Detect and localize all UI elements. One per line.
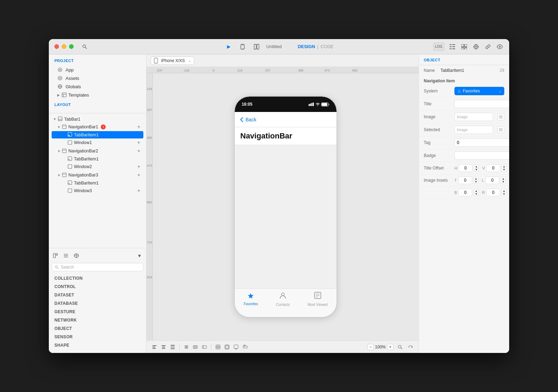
tree-node-tabbar1[interactable]: ▼ TabBar1 bbox=[52, 115, 143, 123]
align-center-tool[interactable] bbox=[160, 343, 167, 351]
title-offset-v-up[interactable]: ▲ bbox=[502, 165, 506, 168]
tree-node-navbar1[interactable]: ▼ NavigationBar1 ! + bbox=[52, 123, 143, 131]
insets-t-up[interactable]: ▲ bbox=[474, 177, 478, 180]
tree-node-window1[interactable]: Window1 + bbox=[52, 138, 143, 147]
distribute-tool[interactable] bbox=[169, 343, 176, 351]
insets-b-up[interactable]: ▲ bbox=[474, 189, 478, 193]
insets-l[interactable] bbox=[485, 176, 499, 184]
insets-t-stepper[interactable]: ▲ ▼ bbox=[474, 177, 478, 184]
tree-node-navbar3[interactable]: ▼ NavigationBar3 + bbox=[52, 171, 143, 179]
insets-l-down[interactable]: ▼ bbox=[501, 180, 506, 184]
align-left-tool[interactable] bbox=[151, 343, 158, 351]
expand-navbar2[interactable]: ▼ bbox=[57, 149, 61, 153]
title-offset-v-stepper[interactable]: ▲ ▼ bbox=[502, 165, 506, 172]
tree-node-tabbaritem1[interactable]: TabBarItem1 bbox=[52, 131, 143, 138]
title-input[interactable] bbox=[454, 100, 509, 108]
component-tool[interactable] bbox=[241, 343, 249, 351]
tree-node-tabbaritem2[interactable]: TabBarItem1 bbox=[52, 155, 143, 163]
insets-t-down[interactable]: ▼ bbox=[474, 180, 478, 184]
insets-r-stepper[interactable]: ▲ ▼ bbox=[502, 189, 506, 196]
insets-r-down[interactable]: ▼ bbox=[502, 193, 506, 196]
play-button[interactable]: ▶ bbox=[225, 43, 233, 51]
window3-add[interactable]: + bbox=[136, 188, 142, 194]
category-dataset[interactable]: DATASET bbox=[52, 291, 143, 299]
title-offset-v-down[interactable]: ▼ bbox=[502, 168, 506, 172]
app-item[interactable]: App bbox=[54, 66, 141, 74]
expand-navbar1[interactable]: ▼ bbox=[57, 125, 61, 129]
grid-tool[interactable]: ⊞ bbox=[182, 343, 190, 351]
maximize-button[interactable] bbox=[69, 44, 74, 49]
panel-collapse-icon[interactable]: ▼ bbox=[136, 252, 143, 259]
expand-navbar3[interactable]: ▼ bbox=[57, 173, 61, 177]
device-icon[interactable] bbox=[239, 43, 247, 51]
zoom-out-button[interactable]: − bbox=[367, 344, 374, 350]
device-selector[interactable]: iPhone X/XS ⌄ bbox=[151, 56, 194, 65]
title-offset-h-up[interactable]: ▲ bbox=[474, 165, 479, 168]
badge-input[interactable] bbox=[454, 151, 509, 160]
link-icon[interactable] bbox=[484, 43, 492, 51]
zoom-in-button[interactable]: + bbox=[387, 344, 393, 350]
grid-icon[interactable] bbox=[252, 43, 261, 51]
system-select[interactable]: ☆ Favorites ⌄ bbox=[454, 87, 504, 95]
insets-l-stepper[interactable]: ▲ ▼ bbox=[501, 177, 506, 184]
window2-add[interactable]: + bbox=[136, 164, 142, 170]
search-button[interactable] bbox=[81, 43, 89, 51]
code-tab[interactable]: CODE bbox=[321, 44, 334, 49]
panel-list-icon[interactable] bbox=[62, 252, 70, 259]
tag-input[interactable] bbox=[454, 138, 509, 147]
phone-back-button[interactable]: Back bbox=[240, 117, 256, 122]
category-object[interactable]: OBJECT bbox=[52, 324, 143, 333]
insets-r-up[interactable]: ▲ bbox=[502, 189, 506, 193]
title-offset-h-down[interactable]: ▼ bbox=[474, 168, 479, 172]
title-offset-v[interactable] bbox=[486, 164, 500, 172]
insets-b[interactable] bbox=[458, 189, 472, 196]
tab-favorites[interactable]: ★ Favorites bbox=[244, 292, 258, 306]
frame-tool[interactable] bbox=[223, 343, 231, 351]
tab-contacts[interactable]: Contacts bbox=[276, 292, 289, 307]
insets-t[interactable] bbox=[458, 176, 472, 184]
minimize-button[interactable] bbox=[62, 44, 66, 49]
title-offset-h-stepper[interactable]: ▲ ▼ bbox=[474, 165, 479, 172]
canvas-scroll[interactable]: -237 -118 0 118 237 385 473 592 218 297 … bbox=[146, 67, 418, 340]
category-gesture[interactable]: GESTURE bbox=[52, 308, 143, 316]
assets-item[interactable]: Assets bbox=[54, 74, 141, 82]
spacing-tool[interactable] bbox=[191, 343, 199, 351]
layout-icon[interactable] bbox=[460, 43, 468, 51]
insets-l-up[interactable]: ▲ bbox=[501, 177, 506, 180]
category-control[interactable]: CONTROL bbox=[52, 282, 143, 291]
globals-item[interactable]: Globals bbox=[54, 82, 141, 91]
category-collection[interactable]: COLLECTION bbox=[52, 274, 143, 282]
category-database[interactable]: DATABASE bbox=[52, 299, 143, 308]
tree-node-window2[interactable]: Window2 + bbox=[52, 163, 143, 171]
monitor-tool[interactable] bbox=[232, 343, 240, 351]
tree-node-tabbaritem3[interactable]: TabBarItem1 bbox=[52, 179, 143, 187]
insets-b-down[interactable]: ▼ bbox=[474, 193, 478, 196]
insets-b-stepper[interactable]: ▲ ▼ bbox=[474, 189, 478, 196]
tab-most-viewed[interactable]: Most Viewed bbox=[308, 292, 327, 307]
category-shape[interactable]: SHAPE bbox=[52, 341, 143, 349]
group-tool[interactable] bbox=[214, 343, 222, 351]
list-icon[interactable] bbox=[448, 43, 456, 51]
rotate-canvas-button[interactable] bbox=[407, 343, 414, 351]
expand-tabbar1[interactable]: ▼ bbox=[53, 117, 56, 121]
panel-view-icon[interactable] bbox=[52, 252, 59, 259]
search-canvas-button[interactable] bbox=[396, 343, 404, 351]
image-add-button[interactable] bbox=[497, 113, 504, 120]
selected-add-button[interactable] bbox=[497, 126, 504, 133]
title-offset-h[interactable] bbox=[459, 164, 473, 172]
log-button[interactable]: LOG bbox=[433, 43, 444, 51]
navbar1-add[interactable]: + bbox=[136, 124, 142, 130]
eye-icon[interactable] bbox=[496, 43, 504, 51]
resize-tool[interactable] bbox=[201, 343, 208, 351]
panel-3d-icon[interactable] bbox=[73, 252, 80, 259]
navbar3-add[interactable]: + bbox=[136, 172, 142, 178]
category-network[interactable]: NETWORK bbox=[52, 316, 143, 324]
design-tab[interactable]: DESIGN bbox=[298, 44, 315, 49]
tree-node-navbar2[interactable]: ▼ NavigationBar2 + bbox=[52, 147, 143, 155]
insets-r[interactable] bbox=[486, 189, 500, 196]
navbar2-add[interactable]: + bbox=[136, 148, 142, 154]
target-icon[interactable] bbox=[472, 43, 480, 51]
search-input[interactable] bbox=[61, 265, 140, 270]
category-sensor[interactable]: SENSOR bbox=[52, 333, 143, 341]
window1-add[interactable]: + bbox=[136, 140, 142, 146]
